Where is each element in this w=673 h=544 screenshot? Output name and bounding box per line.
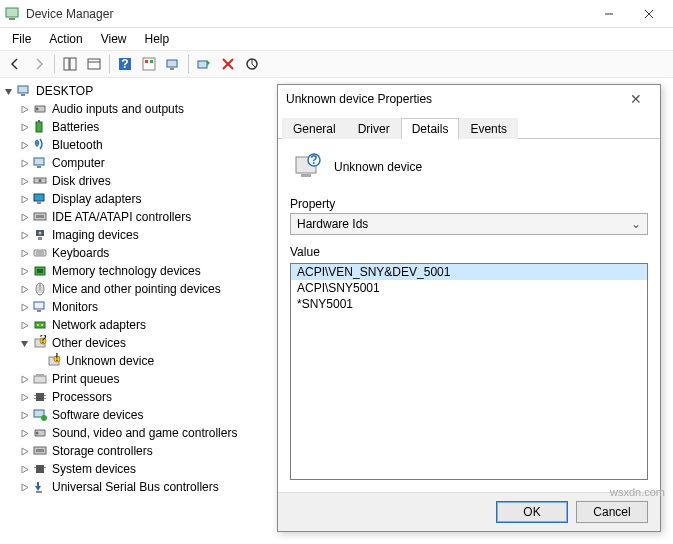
window-title: Device Manager: [26, 7, 589, 21]
chevron-right-icon[interactable]: [18, 301, 30, 313]
dialog-title: Unknown device Properties: [286, 92, 620, 106]
category-icon: ?: [32, 335, 48, 351]
chevron-right-icon[interactable]: [18, 463, 30, 475]
property-combobox[interactable]: Hardware Ids ⌄: [290, 213, 648, 235]
tree-label: Display adapters: [52, 192, 141, 206]
svg-rect-24: [38, 120, 40, 122]
disable-button[interactable]: [241, 53, 263, 75]
svg-rect-67: [36, 465, 44, 473]
tree-label: Print queues: [52, 372, 119, 386]
list-item[interactable]: ACPI\SNY5001: [291, 280, 647, 296]
tree-label: Unknown device: [66, 354, 154, 368]
svg-rect-5: [64, 58, 69, 70]
chevron-right-icon[interactable]: [18, 373, 30, 385]
chevron-right-icon[interactable]: [18, 427, 30, 439]
property-label: Property: [290, 197, 648, 211]
show-hide-tree-button[interactable]: [59, 53, 81, 75]
help-button[interactable]: ?: [114, 53, 136, 75]
close-button[interactable]: [629, 0, 669, 28]
tab-general[interactable]: General: [282, 118, 347, 139]
chevron-right-icon[interactable]: [18, 481, 30, 493]
scan-hardware-button[interactable]: [162, 53, 184, 75]
category-icon: [32, 173, 48, 189]
menu-action[interactable]: Action: [41, 30, 90, 48]
list-item[interactable]: *SNY5001: [291, 296, 647, 312]
cancel-button[interactable]: Cancel: [576, 501, 648, 523]
chevron-down-icon: ⌄: [631, 217, 641, 231]
chevron-right-icon[interactable]: [18, 265, 30, 277]
tree-label: DESKTOP: [36, 84, 93, 98]
menu-view[interactable]: View: [93, 30, 135, 48]
dialog-buttons: OK Cancel: [278, 492, 660, 531]
chevron-right-icon[interactable]: [18, 319, 30, 331]
category-icon: [32, 443, 48, 459]
value-listbox[interactable]: ACPI\VEN_SNY&DEV_5001 ACPI\SNY5001 *SNY5…: [290, 263, 648, 480]
svg-point-22: [36, 108, 39, 111]
tree-label: Audio inputs and outputs: [52, 102, 184, 116]
category-icon: [32, 119, 48, 135]
separator: [188, 55, 189, 73]
chevron-right-icon[interactable]: [18, 283, 30, 295]
uninstall-button[interactable]: [217, 53, 239, 75]
svg-point-29: [39, 179, 42, 182]
svg-text:?: ?: [121, 57, 128, 71]
svg-point-25: [36, 142, 38, 144]
svg-rect-58: [34, 395, 36, 396]
chevron-right-icon[interactable]: [18, 391, 30, 403]
chevron-right-icon[interactable]: [18, 229, 30, 241]
menu-file[interactable]: File: [4, 30, 39, 48]
svg-rect-46: [35, 322, 45, 328]
action-button[interactable]: [138, 53, 160, 75]
chevron-right-icon[interactable]: [18, 409, 30, 421]
category-icon: [32, 137, 48, 153]
svg-rect-11: [143, 58, 155, 70]
chevron-right-icon[interactable]: [18, 103, 30, 115]
chevron-right-icon[interactable]: [18, 445, 30, 457]
dialog-titlebar[interactable]: Unknown device Properties ✕: [278, 85, 660, 113]
back-button[interactable]: [4, 53, 26, 75]
chevron-right-icon[interactable]: [18, 139, 30, 151]
chevron-right-icon[interactable]: [18, 193, 30, 205]
tab-details[interactable]: Details: [401, 118, 460, 139]
menubar: File Action View Help: [0, 28, 673, 50]
svg-rect-31: [37, 202, 41, 204]
tree-label: Universal Serial Bus controllers: [52, 480, 219, 494]
update-driver-button[interactable]: [193, 53, 215, 75]
category-icon: [32, 479, 48, 495]
tab-driver[interactable]: Driver: [347, 118, 401, 139]
category-icon: [32, 317, 48, 333]
chevron-right-icon[interactable]: [18, 157, 30, 169]
category-icon: [32, 407, 48, 423]
svg-rect-66: [36, 449, 44, 452]
chevron-right-icon[interactable]: [18, 121, 30, 133]
chevron-down-icon[interactable]: [18, 337, 30, 349]
watermark: wsxdn.com: [610, 486, 665, 498]
separator: [54, 55, 55, 73]
svg-point-64: [36, 432, 39, 435]
category-icon: [32, 245, 48, 261]
menu-help[interactable]: Help: [137, 30, 178, 48]
value-label: Value: [290, 245, 648, 259]
tree-label: Network adapters: [52, 318, 146, 332]
tree-label: Sound, video and game controllers: [52, 426, 237, 440]
category-icon: [32, 101, 48, 117]
category-icon: [32, 209, 48, 225]
svg-rect-7: [88, 59, 100, 69]
ok-button[interactable]: OK: [496, 501, 568, 523]
svg-rect-55: [34, 376, 46, 383]
svg-point-35: [39, 232, 42, 235]
properties-button[interactable]: [83, 53, 105, 75]
chevron-right-icon[interactable]: [18, 175, 30, 187]
list-item[interactable]: ACPI\VEN_SNY&DEV_5001: [291, 264, 647, 280]
tree-label: Computer: [52, 156, 105, 170]
minimize-button[interactable]: [589, 0, 629, 28]
chevron-right-icon[interactable]: [18, 247, 30, 259]
dialog-body: ? Unknown device Property Hardware Ids ⌄…: [278, 139, 660, 492]
svg-rect-6: [70, 58, 76, 70]
chevron-down-icon[interactable]: [2, 85, 14, 97]
tab-events[interactable]: Events: [459, 118, 518, 139]
category-icon: [32, 299, 48, 315]
chevron-right-icon[interactable]: [18, 211, 30, 223]
dialog-close-button[interactable]: ✕: [620, 85, 652, 113]
forward-button[interactable]: [28, 53, 50, 75]
